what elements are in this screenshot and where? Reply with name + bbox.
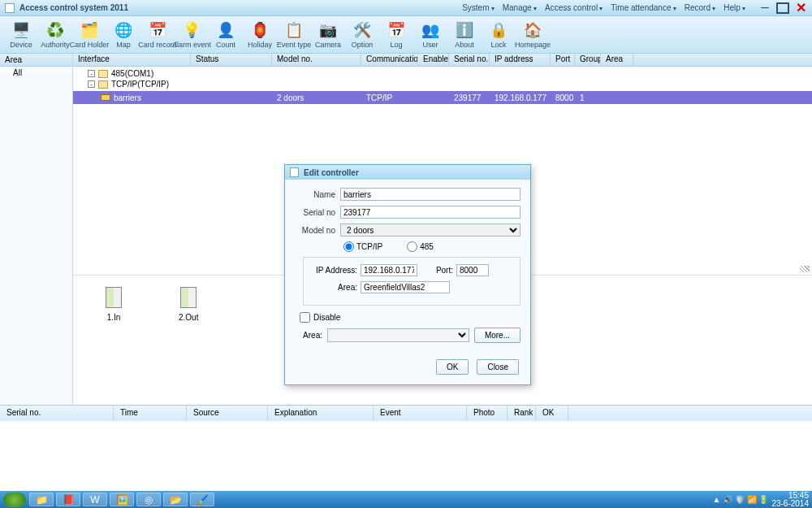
log-col-rank[interactable]: Rank [508,406,536,421]
app-title: Access control system 2011 [19,3,128,12]
serial-input[interactable] [340,206,520,219]
toolbar-log[interactable]: 📅Log [380,19,412,51]
log-col-photo[interactable]: Photo [467,406,508,421]
dialog-title-bar[interactable]: Edit controller [285,165,530,180]
clock[interactable]: 15:45 23-6-2014 [771,492,809,508]
sidebar-item-all[interactable]: All [0,67,72,79]
area-text-input[interactable] [361,281,450,293]
cell-comm: TCP/IP [361,93,418,102]
toolbar-event-type[interactable]: 📋Event type [278,19,310,51]
start-button[interactable] [3,493,26,507]
radio-485[interactable]: 485 [407,241,434,252]
app-icon [5,3,15,13]
device-row-selected[interactable]: barriers 2 doors TCP/IP 239177 192.168.0… [73,91,812,104]
name-input[interactable] [340,188,520,201]
toolbar-card-record[interactable]: 📅Card record [141,19,174,51]
task-pdf[interactable]: 📕 [56,493,80,506]
col-status[interactable]: Status [191,54,272,66]
task-chrome[interactable]: ◎ [136,493,161,506]
log-col-event[interactable]: Event [374,406,467,421]
col-enable[interactable]: Enable [418,54,449,66]
device-icon [101,94,110,101]
holiday-icon: 🏮 [251,21,269,39]
toolbar-homepage[interactable]: 🏠Homepage [516,19,549,51]
door-label: 1.In [107,313,121,322]
more-button[interactable]: More... [474,328,520,343]
task-images[interactable]: 🖼️ [110,493,134,506]
tray-icons[interactable]: ▲ 🔊 🛡️ 📶 🔋 [712,495,768,504]
model-select[interactable]: 2 doors [340,224,520,237]
collapse-icon[interactable]: - [88,70,95,77]
toolbar-camera[interactable]: 📷Camera [312,19,344,51]
minimize-button[interactable]: — [758,2,771,14]
toolbar-count[interactable]: 👤Count [209,19,242,51]
windows-taskbar: 📁 📕 W 🖼️ ◎ 📂 🖌️ ▲ 🔊 🛡️ 📶 🔋 15:45 23-6-20… [0,491,812,508]
col-port[interactable]: Port [551,54,575,66]
radio-tcpip[interactable]: TCP/IP [343,241,382,252]
log-col-ok[interactable]: OK [536,406,568,421]
ok-button[interactable]: OK [436,359,469,375]
log-col-explanation[interactable]: Explanation [268,406,374,421]
toolbar-authority[interactable]: ♻️Authority [39,19,71,51]
menu-system[interactable]: System [459,3,498,12]
maximize-button[interactable] [776,2,789,14]
area-select[interactable] [327,328,469,342]
toolbar-map[interactable]: 🌐Map [107,19,140,51]
ip-input[interactable] [361,264,417,276]
col-group[interactable]: Group [575,54,601,66]
event-log-body [0,421,812,491]
toolbar-option[interactable]: 🛠️Option [346,19,378,51]
card-record-icon: 📅 [149,21,166,39]
radio-485-input[interactable] [407,241,417,252]
task-word[interactable]: W [83,493,107,506]
col-serial[interactable]: Serial no. [449,54,490,66]
toolbar-holiday[interactable]: 🏮Holiday [244,19,276,51]
label-ip: IP Address: [312,266,357,275]
task-folder[interactable]: 📂 [163,493,188,506]
col-interface[interactable]: Interface [73,54,191,66]
dialog-title: Edit controller [304,168,359,177]
cell-port: 8000 [551,93,575,102]
col-communication[interactable]: Communication [361,54,418,66]
col-ip[interactable]: IP address [490,54,551,66]
label-serial: Serial no [295,208,340,217]
log-col-serial[interactable]: Serial no. [0,406,114,421]
tree-node-485[interactable]: - 485(COM1) [78,68,807,79]
user-icon: 👥 [421,21,439,39]
close-button[interactable]: ✕ [794,2,807,14]
menu-access-control[interactable]: Access control [542,3,606,12]
close-dialog-button[interactable]: Close [477,359,519,375]
port-input[interactable] [456,264,489,276]
radio-tcpip-input[interactable] [343,241,354,252]
system-tray[interactable]: ▲ 🔊 🛡️ 📶 🔋 15:45 23-6-2014 [712,492,809,508]
door-out[interactable]: 2.Out [179,287,198,393]
menu-record[interactable]: Record [681,3,719,12]
toolbar-alarm-event[interactable]: 💡Alarm event [175,19,208,51]
menu-help[interactable]: Help [720,3,749,12]
toolbar-user[interactable]: 👥User [414,19,447,51]
collapse-icon[interactable]: - [88,80,95,88]
toolbar-card-holder[interactable]: 🗂️Card Holder [73,19,106,51]
col-area[interactable]: Area [601,54,633,66]
door-in[interactable]: 1.In [106,287,122,393]
tree-node-tcpip[interactable]: - TCP/IP(TCP/IP) [78,79,807,89]
resize-handle[interactable] [800,266,810,272]
menu-manage[interactable]: Manage [499,3,540,12]
toolbar-label: Event type [277,41,312,49]
toolbar-lock[interactable]: 🔒Lock [482,19,515,51]
task-explorer[interactable]: 📁 [29,493,54,506]
toolbar-device[interactable]: 🖥️Device [5,19,37,51]
col-model[interactable]: Model no. [272,54,361,66]
log-col-time[interactable]: Time [114,406,187,421]
cell-group: 1 [575,93,601,102]
door-icon [180,287,197,308]
task-paint[interactable]: 🖌️ [190,493,214,506]
connection-group: IP Address: Port: Area: [303,257,520,306]
disable-checkbox[interactable] [300,312,310,323]
toolbar-label: Option [352,41,374,49]
about-icon: ℹ️ [456,21,473,39]
menu-time-attendance[interactable]: Time attendance [607,3,679,12]
toolbar-about[interactable]: ℹ️About [448,19,481,51]
log-col-source[interactable]: Source [187,406,268,421]
label-model: Model no [295,226,340,235]
